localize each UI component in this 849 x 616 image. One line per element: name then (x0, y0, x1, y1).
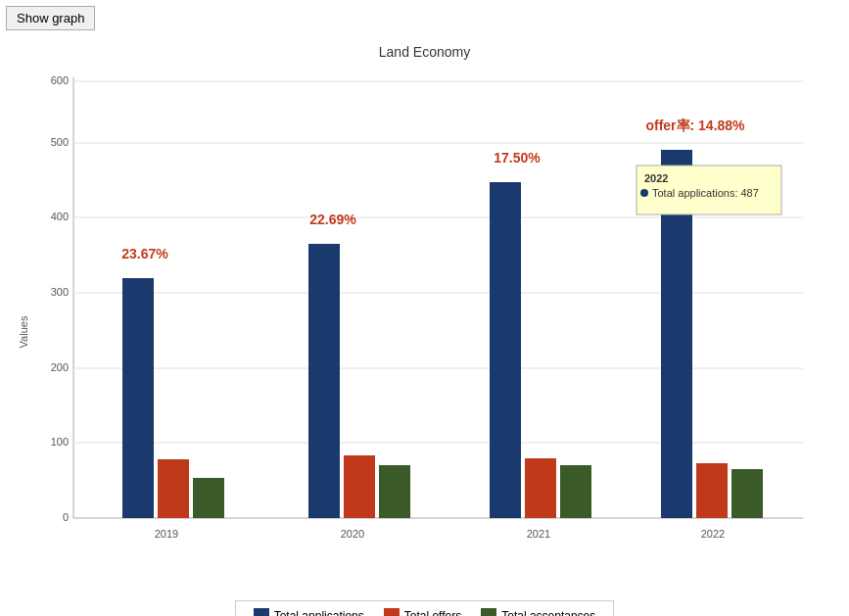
svg-text:100: 100 (51, 436, 69, 448)
bar-2019-acceptances (193, 478, 224, 518)
legend-swatch-applications (254, 608, 269, 616)
bar-2019-applications (122, 278, 154, 518)
bar-2019-offers (158, 459, 189, 518)
legend-container: Total applications Total offers Total ac… (0, 600, 849, 616)
svg-text:400: 400 (51, 211, 69, 222)
svg-text:300: 300 (51, 286, 69, 298)
legend-item-offers: Total offers (384, 608, 461, 616)
svg-text:200: 200 (51, 361, 69, 373)
svg-text:500: 500 (51, 136, 69, 148)
svg-text:600: 600 (51, 74, 69, 86)
bar-2022-acceptances (731, 469, 763, 518)
chart-container: Show graph Land Economy Values 0 100 200… (0, 0, 849, 616)
show-graph-button[interactable]: Show graph (6, 6, 95, 30)
year-label-2022: 2022 (701, 528, 725, 540)
year-label-2021: 2021 (527, 528, 550, 540)
legend-label-applications: Total applications (274, 609, 364, 616)
bar-2020-acceptances (379, 465, 410, 518)
legend: Total applications Total offers Total ac… (235, 600, 615, 616)
tooltip-dot (640, 189, 648, 197)
svg-text:0: 0 (63, 511, 69, 523)
tooltip-year: 2022 (644, 172, 668, 184)
bar-2020-applications (308, 244, 340, 518)
chart-svg: 0 100 200 300 400 500 600 (29, 68, 832, 557)
year-label-2019: 2019 (155, 528, 178, 540)
legend-label-acceptances: Total acceptances (501, 609, 595, 616)
legend-swatch-offers (384, 608, 400, 616)
bar-2022-offers (696, 463, 728, 518)
offer-rate-2022: offer率: 14.88% (645, 118, 745, 133)
legend-label-offers: Total offers (404, 609, 461, 616)
chart-title: Land Economy (0, 0, 849, 68)
bar-2020-offers (344, 455, 375, 518)
offer-rate-2021: 17.50% (494, 150, 541, 166)
bar-2021-acceptances (560, 465, 591, 518)
offer-rate-2019: 23.67% (121, 246, 168, 261)
legend-item-applications: Total applications (254, 608, 364, 616)
offer-rate-2020: 22.69% (309, 212, 356, 227)
bar-2021-offers (525, 458, 556, 518)
bar-2021-applications (490, 182, 521, 518)
legend-swatch-acceptances (481, 608, 496, 616)
y-axis-label: Values (18, 316, 29, 349)
legend-item-acceptances: Total acceptances (481, 608, 595, 616)
year-label-2020: 2020 (341, 528, 364, 540)
tooltip-text: Total applications: 487 (652, 187, 759, 199)
